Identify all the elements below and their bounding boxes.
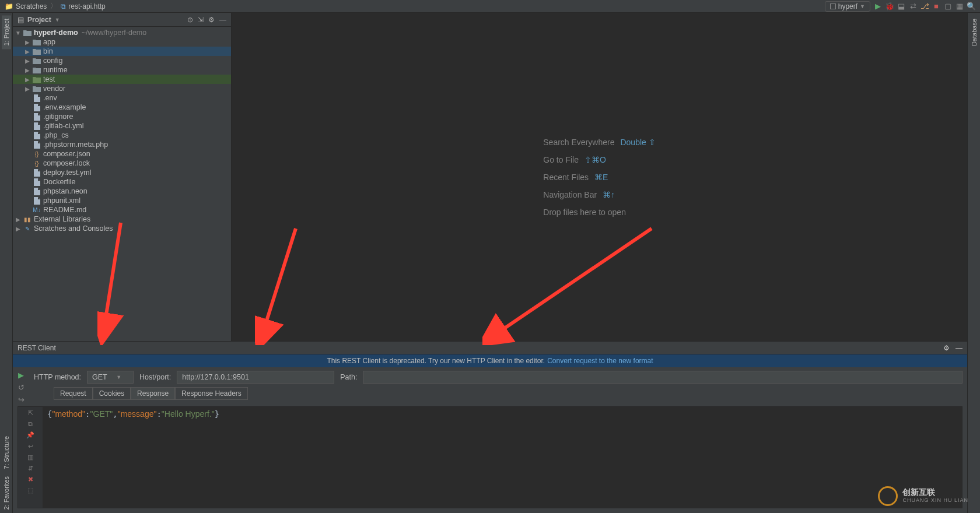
locate-icon[interactable]: ⊙ [187, 16, 193, 24]
tree-row[interactable]: ▶deploy.test.yml [13, 168, 231, 177]
tool-window-database-tab[interactable]: Database [970, 15, 979, 50]
gear-icon[interactable]: ⚙ [943, 344, 950, 352]
layout-icon[interactable]: ▢ [944, 2, 952, 10]
tree-label: hyperf-demo [34, 29, 78, 37]
watermark-cn: 创新互联 [902, 488, 968, 496]
response-gutter: ⇱ ⧉ 📌 ↩ ▥ ⇵ ✖ ⬚ [18, 407, 43, 508]
file-icon [33, 103, 41, 111]
tree-row[interactable]: ▶.php_cs [13, 131, 231, 140]
tree-arrow-icon: ▼ [15, 30, 21, 36]
breadcrumb-file[interactable]: rest-api.http [68, 2, 105, 10]
host-label: Host/port: [139, 373, 171, 381]
run-icon[interactable]: ▶ [874, 2, 882, 10]
convert-request-link[interactable]: Convert request to the new format [547, 357, 653, 365]
tree-row[interactable]: ▶app [13, 37, 231, 47]
project-tree[interactable]: ▼hyperf-demo~/www/hyperf-demo▶app▶bin▶co… [13, 27, 231, 341]
tree-label: phpstan.neon [43, 187, 88, 195]
http-method-label: HTTP method: [34, 373, 81, 381]
stop-icon[interactable]: ■ [932, 2, 940, 10]
tool-window-favorites-tab[interactable]: 2: Favorites [2, 473, 11, 513]
tree-arrow-icon: ▶ [24, 39, 30, 45]
tree-row[interactable]: ▶test [13, 75, 231, 84]
tab-request[interactable]: Request [54, 387, 93, 400]
tool-window-structure-tab[interactable]: 7: Structure [2, 433, 11, 473]
tree-row[interactable]: ▶.env.example [13, 103, 231, 112]
response-code[interactable]: {"method":"GET","message":"Hello Hyperf.… [43, 407, 962, 508]
history-icon[interactable]: ↺ [18, 383, 24, 392]
coverage-icon[interactable]: ⬓ [897, 2, 905, 10]
tab-headers[interactable]: Response Headers [175, 387, 248, 400]
tree-row[interactable]: ▶{}composer.json [13, 149, 231, 159]
file-icon [33, 94, 41, 102]
hex-icon[interactable]: ⬚ [27, 487, 33, 494]
debug-icon[interactable]: 🐞 [886, 2, 894, 10]
tree-row[interactable]: ▶✎Scratches and Consoles [13, 224, 231, 233]
run-icon[interactable]: ▶ [18, 371, 24, 380]
tree-row[interactable]: ▶▮▮External Libraries [13, 215, 231, 224]
search-icon[interactable]: 🔍 [967, 2, 975, 10]
project-tool-window: ▤ Project ▼ ⊙ ⇲ ⚙ — ▼hyperf-demo~/www/hy… [13, 13, 232, 341]
tab-cookies[interactable]: Cookies [93, 387, 131, 400]
rest-client-panel: REST Client ⚙ — This REST Client is depr… [13, 341, 967, 513]
path-input[interactable] [363, 371, 963, 384]
tree-label: config [43, 57, 62, 65]
tree-row[interactable]: ▼hyperf-demo~/www/hyperf-demo [13, 28, 231, 37]
scroll-icon[interactable]: ⇵ [28, 465, 33, 472]
library-icon: ▮▮ [23, 215, 32, 223]
tree-row[interactable]: ▶{}composer.lock [13, 159, 231, 168]
http-method-select[interactable]: GET ▼ [87, 371, 134, 384]
tool-window-project-tab[interactable]: 1: Project [2, 15, 11, 49]
chevron-down-icon: ▼ [860, 3, 865, 9]
path-label: Path: [340, 373, 357, 381]
git-icon[interactable]: ⎇ [921, 2, 929, 10]
tree-arrow-icon: ▶ [24, 48, 30, 55]
tree-row[interactable]: ▶Dockerfile [13, 177, 231, 187]
hide-icon[interactable]: — [219, 16, 226, 24]
soft-wrap-icon[interactable]: ↩ [28, 442, 33, 450]
host-input[interactable] [177, 371, 334, 384]
tree-row[interactable]: ▶.gitlab-ci.yml [13, 121, 231, 131]
chevron-down-icon[interactable]: ▼ [55, 17, 60, 23]
tree-row[interactable]: ▶bin [13, 47, 231, 56]
tree-row[interactable]: ▶vendor [13, 84, 231, 93]
pin-icon[interactable]: 📌 [26, 431, 34, 439]
chevron-right-icon: 〉 [50, 1, 57, 11]
gear-icon[interactable]: ⚙ [208, 16, 215, 24]
hide-icon[interactable]: — [956, 344, 963, 352]
tree-label: .env [43, 94, 57, 102]
tree-label: External Libraries [34, 215, 90, 223]
breadcrumb-scratches[interactable]: Scratches [16, 2, 47, 10]
tree-row[interactable]: ▶.env [13, 93, 231, 103]
folder-icon: 📁 [5, 2, 13, 10]
tree-label: vendor [43, 85, 65, 93]
json-file-icon: {} [33, 150, 41, 158]
tab-response[interactable]: Response [131, 387, 175, 400]
tree-row[interactable]: ▶M↓README.md [13, 205, 231, 215]
tree-label: .phpstorm.meta.php [43, 140, 108, 149]
view-icon[interactable]: ▥ [27, 454, 33, 461]
tree-label: .env.example [43, 103, 86, 111]
collapse-icon[interactable]: ⇲ [198, 16, 204, 24]
tree-row[interactable]: ▶.phpstorm.meta.php [13, 140, 231, 149]
svg-line-1 [261, 229, 296, 339]
tree-row[interactable]: ▶phpstan.neon [13, 187, 231, 196]
tree-row[interactable]: ▶phpunit.xml [13, 196, 231, 205]
close-icon[interactable]: ✖ [28, 476, 33, 483]
run-configuration-selector[interactable]: hyperf ▼ [825, 1, 870, 12]
redo-icon[interactable]: ↪ [18, 395, 24, 404]
tree-row[interactable]: ▶runtime [13, 65, 231, 75]
tree-label: runtime [43, 66, 68, 74]
chevron-down-icon: ▼ [116, 374, 121, 380]
export-icon[interactable]: ⇱ [28, 409, 33, 417]
tree-row[interactable]: ▶.gitignore [13, 112, 231, 121]
file-icon [33, 187, 41, 195]
profiler-icon[interactable]: ⇄ [909, 2, 917, 10]
folder-icon [33, 38, 41, 46]
editor-area[interactable]: Search EverywhereDouble ⇧ Go to File⇧⌘O … [232, 13, 967, 341]
deprecation-banner: This REST Client is deprecated. Try our … [13, 354, 967, 367]
ide-settings-icon[interactable]: ▦ [956, 2, 964, 10]
markdown-file-icon: M↓ [33, 206, 41, 214]
copy-icon[interactable]: ⧉ [28, 420, 33, 428]
navigation-bar: 📁 Scratches 〉 ⧉ rest-api.http hyperf ▼ ▶… [0, 0, 980, 13]
tree-row[interactable]: ▶config [13, 56, 231, 65]
